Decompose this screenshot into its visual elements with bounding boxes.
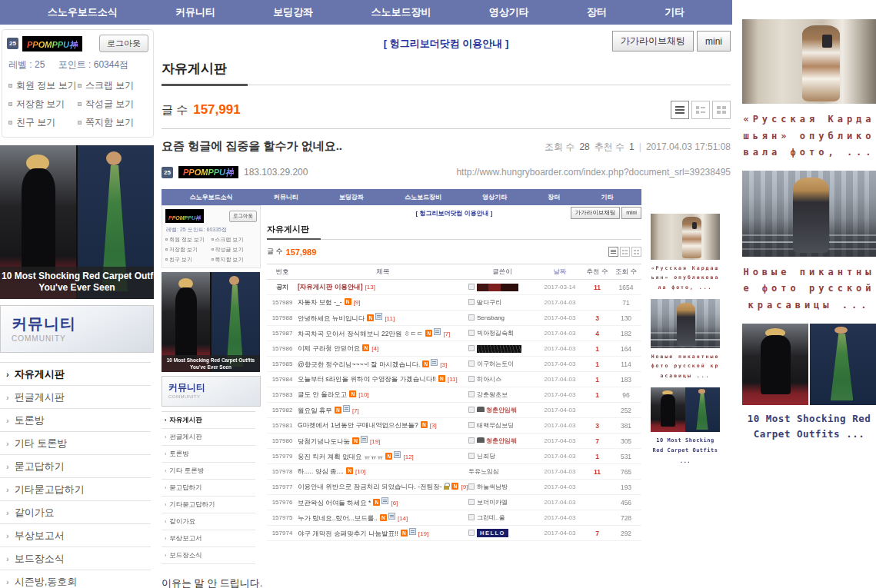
post-link[interactable]: 당첨기념나도나눔 bbox=[298, 437, 350, 445]
sidebar-menu-item[interactable]: › 시즌방,동호회 bbox=[0, 570, 151, 588]
nav-item[interactable]: 기타 bbox=[664, 5, 684, 19]
sidebar-menu-item[interactable]: › 보드장소식 bbox=[0, 547, 151, 570]
post-link[interactable]: 이용안내 위반으로 잠금처리 되었습니다. -전팀장- bbox=[298, 483, 441, 490]
mini-button[interactable]: mini bbox=[697, 31, 731, 51]
right-ad-thumbnail[interactable] bbox=[742, 324, 876, 405]
sidebar-ad-banner[interactable]: 10 Most Shocking Red Carpet Outfits You'… bbox=[0, 145, 154, 299]
sidebar-menu-item[interactable]: › 부상보고서 bbox=[0, 524, 151, 547]
nav-item[interactable]: 보딩강좌 bbox=[273, 5, 313, 19]
nav-item[interactable]: 스노보드장비 bbox=[371, 5, 431, 19]
author-nickname[interactable]: 청춘안임쒀 bbox=[477, 407, 517, 414]
post-link[interactable]: 누가 탔네요..탔어...보드를.. bbox=[298, 514, 378, 522]
post-link[interactable]: 이제 구라청 안믿어요 bbox=[298, 344, 360, 352]
view-count: 456 bbox=[611, 495, 641, 510]
nav-item[interactable]: 스노우보드소식 bbox=[48, 5, 118, 19]
main-content: [ 헝그리보더닷컴 이용안내 ] 가가라이브채팅 mini 자유게시판 글 수 … bbox=[162, 31, 731, 588]
comment-count: [9] bbox=[354, 299, 361, 306]
author-nickname[interactable]: 빅아정길숙회 bbox=[477, 330, 514, 337]
sidebar-menu-item[interactable]: › 묻고답하기 bbox=[0, 455, 151, 478]
board-row[interactable]: 157987 차곡차곡 모아서 장식해보니 22만원 ㅎㄷㄷN[7] 빅아정길숙… bbox=[267, 326, 641, 341]
right-ad-caption[interactable]: «Русская Кардашьян» опубликовала фото, .… bbox=[742, 111, 876, 161]
post-link[interactable]: @향긋한 정수리님~~~~! 잘 마시겠습니다. bbox=[298, 360, 420, 368]
post-link[interactable]: 월요일 휴무 bbox=[298, 407, 332, 414]
author-nickname-image[interactable]: PPOMPPU神 bbox=[178, 166, 238, 178]
nav-item[interactable]: 커뮤니티 bbox=[175, 5, 215, 19]
author-nickname[interactable]: HELLO bbox=[477, 529, 508, 537]
author-nickname[interactable] bbox=[477, 284, 518, 291]
board-row[interactable]: 157976 보관왁싱 어여들 하세요 *N[6] 보더미카엘 2017-04-… bbox=[267, 495, 641, 510]
grid-view-icon bbox=[717, 106, 726, 114]
user-nickname-image[interactable]: PPOMPPU神 bbox=[22, 36, 82, 51]
author-nickname[interactable]: 그런데..울 bbox=[477, 514, 505, 521]
author-nickname[interactable] bbox=[477, 345, 521, 353]
level-icon bbox=[468, 437, 475, 443]
post-link[interactable]: 보관왁싱 어여들 하세요 * bbox=[298, 499, 371, 507]
post-date: 2017-04-03 bbox=[536, 357, 584, 372]
right-ad-caption[interactable]: 10 Most Shocking Red Carpet Outfits ... bbox=[742, 411, 876, 442]
board-row[interactable]: 157980 당첨기념나도나눔N[19] 청춘안임쒀 2017-04-03 7 … bbox=[267, 434, 641, 449]
sidebar-menu-item[interactable]: › 토론방 bbox=[0, 409, 151, 432]
board-row[interactable]: 157974 야구 개막전 승패맞추기 나눔발표!!N[19] HELLO 20… bbox=[267, 526, 641, 541]
right-ad-caption[interactable]: Новые пикантные фото русской красавицы .… bbox=[742, 264, 876, 314]
post-link[interactable]: G마켓에서 1년동안 구매내역없으신분들? bbox=[298, 421, 418, 429]
board-row[interactable]: 157979 웅진 킥커 계획 없대요 ㅠㅠㅠN[12] 닌죄당 2017-04… bbox=[267, 449, 641, 464]
user-menu-link[interactable]: 작성글 보기 bbox=[78, 98, 147, 111]
grid-view-button[interactable] bbox=[712, 101, 731, 119]
board-row[interactable]: 157989 자동차 보험 -_-N[9] 딸다구리 2017-04-03 71 bbox=[267, 295, 641, 311]
right-ad-thumbnail[interactable] bbox=[742, 19, 876, 104]
author-nickname[interactable]: 청춘안임쒀 bbox=[477, 437, 517, 444]
author-nickname[interactable]: 강춘왕초보 bbox=[477, 391, 508, 398]
post-link[interactable]: 자동차 보험 -_- bbox=[298, 298, 342, 306]
author-nickname[interactable]: 딸다구리 bbox=[477, 299, 501, 306]
user-menu-link[interactable]: 쪽지함 보기 bbox=[78, 116, 147, 129]
board-row[interactable]: 157983 글도 안 올라오고N[10] 강춘왕초보 2017-04-03 1… bbox=[267, 387, 641, 403]
author-nickname[interactable]: Sensbang bbox=[477, 314, 505, 321]
chevron-right-icon: › bbox=[165, 434, 166, 440]
post-link[interactable]: 야구 개막전 승패맞추기 나눔발표!! bbox=[298, 530, 398, 537]
sidebar-menu-item[interactable]: › 같이가요 bbox=[0, 501, 151, 524]
post-link[interactable]: 글도 안 올라오고 bbox=[298, 390, 347, 398]
author-nickname[interactable]: 이구허는토이 bbox=[477, 360, 514, 367]
board-row[interactable]: 157977 이용안내 위반으로 잠금처리 되었습니다. -전팀장-N[9] 하… bbox=[267, 480, 641, 495]
sidebar-menu-item[interactable]: › 자유게시판 bbox=[0, 363, 151, 386]
board-row[interactable]: 157986 이제 구라청 안믿어요N[4] 2017-04-03 1 164 bbox=[267, 341, 641, 357]
author-nickname[interactable]: 두유노임심 bbox=[468, 468, 499, 475]
right-ad-thumbnail[interactable] bbox=[742, 171, 876, 257]
user-menu-link[interactable]: 저장함 보기 bbox=[8, 98, 78, 111]
post-link[interactable]: 안녕하세요 뉴비입니다 bbox=[298, 314, 365, 322]
nav-item[interactable]: 영상기타 bbox=[489, 5, 529, 19]
page: 스노우보드소식커뮤니티보딩강좌스노보드장비영상기타장터기타 25 PPOMPPU… bbox=[0, 0, 876, 588]
post-link[interactable]: [자유게시판 이용안내] bbox=[298, 283, 363, 291]
board-row[interactable]: 157978 하..... 양심 좀....N[10] 두유노임심 2017-0… bbox=[267, 464, 641, 480]
board-row[interactable]: 공지 [자유게시판 이용안내]N[13] 2017-03-14 11 1654 bbox=[267, 280, 641, 295]
sidebar-menu-item[interactable]: › 펀글게시판 bbox=[0, 386, 151, 409]
post-link[interactable]: 오늘부터 s라인을 위하여 수영장을 가겠습니다!! bbox=[298, 375, 436, 383]
live-chat-button[interactable]: 가가라이브채팅 bbox=[612, 31, 694, 51]
list-view-button[interactable] bbox=[671, 101, 689, 119]
author-nickname[interactable]: 닌죄당 bbox=[477, 453, 495, 460]
post-link[interactable]: 웅진 킥커 계획 없대요 ㅠㅠㅠ bbox=[298, 453, 383, 460]
source-url[interactable]: http://www.hungryboarder.com/index.php?d… bbox=[456, 167, 731, 178]
sidebar-menu-item[interactable]: › 기타 토론방 bbox=[0, 432, 151, 455]
user-menu-link[interactable]: 스크랩 보기 bbox=[78, 79, 147, 92]
gallery-view-button[interactable] bbox=[691, 101, 710, 119]
chevron-right-icon: › bbox=[165, 502, 166, 507]
board-row[interactable]: 157981 G마켓에서 1년동안 구매내역없으신분들?N[3] 태백무심보딩 … bbox=[267, 418, 641, 434]
board-row[interactable]: 157988 안녕하세요 뉴비입니다N[11] Sensbang 2017-04… bbox=[267, 311, 641, 326]
board-row[interactable]: 157982 월요일 휴무N[7] 청춘안임쒀 2017-04-03 252 bbox=[267, 403, 641, 418]
author-nickname[interactable]: 히아시스 bbox=[477, 376, 501, 383]
user-menu-link[interactable]: 친구 보기 bbox=[8, 116, 78, 129]
board-row[interactable]: 157984 오늘부터 s라인을 위하여 수영장을 가겠습니다!!N[11] 히… bbox=[267, 372, 641, 387]
sidebar-menu-item[interactable]: › 기타묻고답하기 bbox=[0, 478, 151, 501]
logout-button[interactable]: 로그아웃 bbox=[99, 35, 148, 52]
nav-item[interactable]: 장터 bbox=[587, 5, 607, 19]
comment-count: [19] bbox=[418, 530, 428, 537]
post-link[interactable]: 차곡차곡 모아서 장식해보니 22만원 ㅎㄷㄷ bbox=[298, 330, 423, 337]
author-nickname[interactable]: 보더미카엘 bbox=[477, 499, 508, 506]
board-row[interactable]: 157975 누가 탔네요..탔어...보드를..N[14] 그런데..울 20… bbox=[267, 510, 641, 526]
user-menu-link[interactable]: 회원 정보 보기 bbox=[8, 79, 78, 92]
author-nickname[interactable]: 하늘색남방 bbox=[477, 483, 508, 490]
board-row[interactable]: 157985 @향긋한 정수리님~~~~! 잘 마시겠습니다.N[3] 이구허는… bbox=[267, 357, 641, 372]
author-nickname[interactable]: 태백무심보딩 bbox=[477, 422, 514, 429]
post-link[interactable]: 하..... 양심 좀.... bbox=[298, 467, 344, 475]
